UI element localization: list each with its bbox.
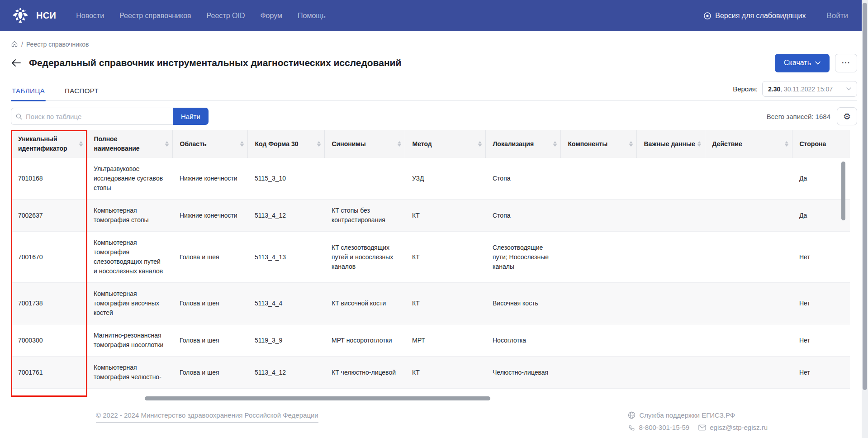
nav-item-registry[interactable]: Реестр справочников (119, 12, 191, 20)
download-button[interactable]: Скачать (775, 54, 830, 72)
sort-icon[interactable] (476, 141, 482, 147)
table-row[interactable]: 7002637Компьютерная томография стопыНижн… (11, 200, 850, 232)
column-header-important-data[interactable]: Важные данные (636, 130, 705, 158)
support-label: Служба поддержки ЕГИСЗ.РФ (639, 411, 735, 419)
tab-passport[interactable]: ПАСПОРТ (64, 87, 100, 100)
nav-item-help[interactable]: Помощь (298, 12, 326, 20)
cell-form30-code: 5115_3_10 (247, 158, 324, 200)
cell-unique-id: 7000300 (11, 324, 86, 357)
cell-action (705, 283, 792, 324)
version-number: 2.30 (768, 86, 780, 93)
search-button[interactable]: Найти (173, 108, 209, 125)
title-row: Федеральный справочник инструментальных … (0, 53, 868, 73)
column-header-label: Область (180, 139, 207, 149)
login-button[interactable]: Войти (826, 11, 848, 20)
cell-unique-id: 7002637 (11, 200, 86, 232)
cell-unique-id: 7001670 (11, 232, 86, 283)
page-scrollbar-thumb[interactable] (863, 3, 867, 390)
column-header-side[interactable]: Сторона (792, 130, 850, 158)
table-vertical-scrollbar-thumb[interactable] (841, 162, 845, 220)
version-datetime: , 30.11.2022 15:07 (780, 86, 833, 93)
sort-icon[interactable] (783, 141, 788, 147)
column-header-synonyms[interactable]: Синонимы (324, 130, 405, 158)
column-header-full-name[interactable]: Полное наименование (86, 130, 172, 158)
table-row[interactable]: 7010168Ультразвуковое исследование суста… (11, 158, 850, 200)
table-row[interactable]: 7000300Магнитно-резонансная томография н… (11, 324, 850, 357)
cell-method: МРТ (405, 324, 485, 357)
brand[interactable]: НСИ (11, 6, 56, 26)
cell-synonyms: КТ височной кости (324, 283, 405, 324)
gear-icon: ⚙ (843, 112, 851, 121)
table-row[interactable]: 7001761Компьютерная томография челюстно-… (11, 357, 850, 389)
email-label: egisz@stp-egisz.ru (710, 424, 768, 431)
sort-icon[interactable] (627, 141, 633, 147)
cell-important-data (636, 357, 705, 389)
main-menu: Новости Реестр справочников Реестр OID Ф… (76, 12, 326, 20)
sort-icon[interactable] (696, 141, 701, 147)
column-header-label: Сторона (800, 139, 826, 149)
phone-label: 8-800-301-15-59 (639, 424, 689, 431)
cell-localization: Слезоотводящие пути; Носослезные каналы (485, 232, 560, 283)
arrow-left-icon (11, 59, 21, 67)
cell-full-name: Магнитно-резонансная томография носоглот… (86, 324, 172, 357)
horizontal-scrollbar-thumb[interactable] (145, 396, 490, 400)
column-header-localization[interactable]: Локализация (485, 130, 560, 158)
search-input[interactable] (26, 113, 168, 120)
column-header-area[interactable]: Область (172, 130, 247, 158)
sort-icon[interactable] (163, 141, 169, 147)
cell-localization: Височная кость (485, 283, 560, 324)
sort-icon[interactable] (238, 141, 244, 147)
cell-action (705, 324, 792, 357)
breadcrumb-separator: / (21, 41, 23, 48)
breadcrumb-item[interactable]: Реестр справочников (26, 41, 89, 48)
cell-side: Нет (792, 357, 850, 389)
cell-area: Голова и шея (172, 283, 247, 324)
cell-area: Нижние конечности (172, 200, 247, 232)
cell-side: Нет (792, 324, 850, 357)
cell-synonyms (324, 158, 405, 200)
nav-item-forum[interactable]: Форум (260, 12, 282, 20)
sort-icon[interactable] (315, 141, 321, 147)
back-button[interactable] (11, 57, 24, 69)
column-header-label: Код Форма 30 (255, 139, 299, 149)
version-select[interactable]: 2.30 , 30.11.2022 15:07 (762, 81, 857, 97)
sort-icon[interactable] (77, 141, 83, 147)
tab-table[interactable]: ТАБЛИЦА (11, 87, 46, 100)
nav-item-news[interactable]: Новости (76, 12, 104, 20)
accessibility-version-link[interactable]: Версия для слабовидящих (703, 12, 806, 20)
support-email[interactable]: egisz@stp-egisz.ru (698, 424, 768, 431)
coat-of-arms-logo (11, 6, 30, 26)
column-header-components[interactable]: Компоненты (560, 130, 636, 158)
support-link[interactable]: Служба поддержки ЕГИСЗ.РФ (628, 411, 735, 419)
top-navbar: НСИ Новости Реестр справочников Реестр O… (0, 0, 868, 31)
cell-components (560, 324, 636, 357)
copyright-link[interactable]: © 2022 - 2024 Министерство здравоохранен… (96, 411, 318, 423)
column-header-label: Локализация (493, 139, 534, 149)
table-row[interactable]: 7001738Компьютерная томография височных … (11, 283, 850, 324)
chevron-down-icon (815, 61, 821, 65)
nav-item-oid-registry[interactable]: Реестр OID (207, 12, 245, 20)
sort-icon[interactable] (396, 141, 401, 147)
cell-components (560, 232, 636, 283)
column-header-method[interactable]: Метод (405, 130, 485, 158)
breadcrumb: / Реестр справочников (0, 31, 868, 48)
cell-area: Голова и шея (172, 357, 247, 389)
page-scrollbar[interactable] (862, 0, 868, 438)
more-actions-button[interactable]: ··· (835, 54, 857, 72)
cell-synonyms: КТ стопы без контрастирования (324, 200, 405, 232)
cell-method: КТ (405, 200, 485, 232)
column-header-form30-code[interactable]: Код Форма 30 (247, 130, 324, 158)
search-field-wrap (11, 108, 173, 125)
table-row[interactable]: 7001670Компьютерная томография слезоотво… (11, 232, 850, 283)
cell-method: КТ (405, 232, 485, 283)
column-header-unique-id[interactable]: Уникальный идентификатор (11, 130, 86, 158)
cell-full-name: Компьютерная томография височных костей (86, 283, 172, 324)
download-button-label: Скачать (784, 59, 811, 67)
column-header-action[interactable]: Действие (705, 130, 792, 158)
table-settings-button[interactable]: ⚙ (837, 107, 857, 125)
support-phone[interactable]: 8-800-301-15-59 (628, 424, 689, 431)
home-icon[interactable] (11, 40, 18, 48)
sort-icon[interactable] (551, 141, 557, 147)
total-records: Всего записей: 1684 (767, 113, 830, 120)
accessibility-label: Версия для слабовидящих (715, 12, 806, 20)
